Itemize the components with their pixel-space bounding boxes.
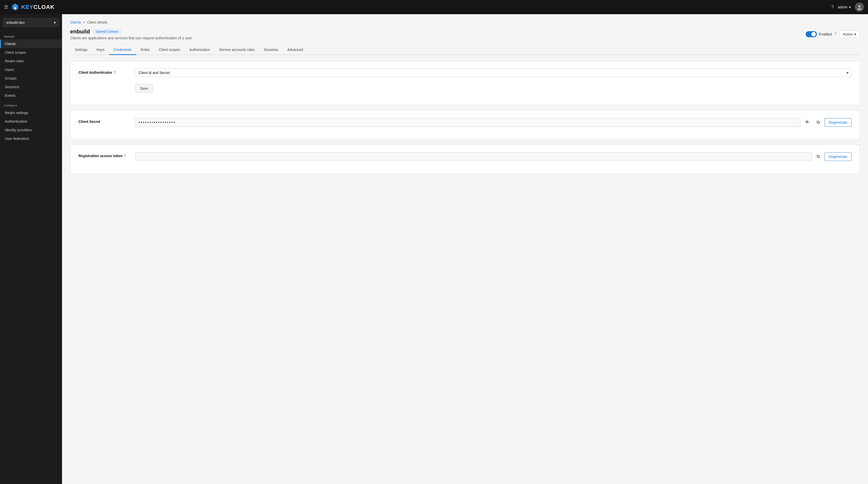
- tab-credentials[interactable]: Credentials: [109, 45, 136, 55]
- sidebar-item-client-scopes[interactable]: Client scopes: [0, 48, 62, 57]
- tab-roles[interactable]: Roles: [136, 45, 154, 55]
- logo: KEYCLOAK: [11, 3, 55, 11]
- svg-point-3: [858, 5, 861, 8]
- tab-settings[interactable]: Settings: [70, 45, 92, 55]
- sidebar-section-configure: Configure Realm settings Authentication …: [0, 100, 62, 143]
- client-authenticator-card: Client Authenticator ? Client Id and Sec…: [70, 61, 860, 105]
- tab-sessions[interactable]: Sessions: [259, 45, 283, 55]
- registration-token-card: Registration access token ? ⧉ Regenerate: [70, 144, 860, 174]
- token-form-row: Registration access token ? ⧉ Regenerate: [79, 152, 851, 161]
- page-subtitle: Clients are applications and services th…: [70, 36, 193, 40]
- section-label-configure: Configure: [0, 100, 62, 109]
- enabled-label: Enabled: [819, 32, 832, 36]
- action-label: Action: [843, 32, 853, 36]
- hamburger-menu[interactable]: ☰: [4, 4, 8, 10]
- sidebar-item-realm-settings[interactable]: Realm settings: [0, 109, 62, 117]
- sidebar-item-users[interactable]: Users: [0, 65, 62, 74]
- sidebar-item-realm-roles[interactable]: Realm roles: [0, 57, 62, 65]
- token-label: Registration access token ?: [79, 152, 129, 158]
- layout: enbuild-dev ▾ Manage Clients Client scop…: [0, 14, 868, 484]
- secret-form-row: Client Secret 👁 ⧉ Regenerate: [79, 118, 851, 127]
- svg-point-4: [857, 8, 862, 10]
- token-help-icon[interactable]: ?: [124, 154, 126, 158]
- token-input-row: ⧉ Regenerate: [135, 152, 851, 161]
- svg-point-2: [14, 7, 16, 9]
- save-button[interactable]: Save: [135, 84, 153, 93]
- client-secret-input[interactable]: [135, 118, 800, 127]
- tab-advanced[interactable]: Advanced: [283, 45, 308, 55]
- user-name: admin: [838, 5, 847, 9]
- secret-input-row: 👁 ⧉ Regenerate: [135, 118, 851, 127]
- eye-icon: 👁: [805, 120, 809, 125]
- regenerate-token-button[interactable]: Regenerate: [825, 152, 851, 161]
- sidebar-item-identity-providers[interactable]: Identity providers: [0, 126, 62, 134]
- page-header-right: Enabled ? Action ▾: [806, 30, 860, 38]
- tab-keys[interactable]: Keys: [92, 45, 109, 55]
- page-header-left: enbuild OpenID Connect Clients are appli…: [70, 28, 193, 40]
- sidebar-section-manage: Manage Clients Client scopes Realm roles…: [0, 31, 62, 100]
- copy-secret-button[interactable]: ⧉: [814, 118, 823, 127]
- page-title: enbuild: [70, 28, 90, 35]
- section-label-manage: Manage: [0, 31, 62, 39]
- authenticator-select-wrap: Client Id and Secret Signed JWT Signed J…: [135, 68, 851, 77]
- token-label-text: Registration access token: [79, 154, 123, 158]
- main-content: Clients > Client details enbuild OpenID …: [62, 14, 868, 484]
- registration-token-input[interactable]: [135, 152, 812, 161]
- breadcrumb-clients-link[interactable]: Clients: [70, 20, 81, 24]
- sidebar-item-user-federation[interactable]: User federation: [0, 134, 62, 143]
- tab-client-scopes[interactable]: Client scopes: [154, 45, 185, 55]
- logo-icon: [11, 3, 19, 11]
- save-control: Save: [135, 82, 851, 93]
- tab-service-accounts-roles[interactable]: Service accounts roles: [214, 45, 259, 55]
- sidebar-item-sessions[interactable]: Sessions: [0, 83, 62, 91]
- avatar-icon: [857, 4, 862, 10]
- logo-text: KEYCLOAK: [21, 4, 55, 10]
- sidebar-item-events[interactable]: Events: [0, 91, 62, 100]
- navbar-right: ? admin ▾: [831, 3, 864, 12]
- navbar: ☰ KEYCLOAK ? admin ▾: [0, 0, 868, 14]
- authenticator-control: Client Id and Secret Signed JWT Signed J…: [135, 68, 851, 77]
- sidebar-item-clients[interactable]: Clients: [0, 39, 62, 48]
- user-chevron: ▾: [849, 5, 851, 9]
- tab-authorization[interactable]: Authorization: [185, 45, 214, 55]
- navbar-left: ☰ KEYCLOAK: [4, 3, 55, 11]
- realm-name: enbuild-dev: [6, 21, 25, 25]
- page-header: enbuild OpenID Connect Clients are appli…: [70, 28, 860, 40]
- sidebar-item-groups[interactable]: Groups: [0, 74, 62, 83]
- realm-selector[interactable]: enbuild-dev ▾: [3, 18, 59, 27]
- breadcrumb-current: Client details: [87, 20, 107, 24]
- sidebar: enbuild-dev ▾ Manage Clients Client scop…: [0, 14, 62, 484]
- save-row: Save: [79, 82, 851, 93]
- openid-badge: OpenID Connect: [93, 29, 121, 34]
- realm-chevron: ▾: [54, 21, 56, 25]
- reveal-secret-button[interactable]: 👁: [802, 118, 812, 127]
- client-secret-card: Client Secret 👁 ⧉ Regenerate: [70, 110, 860, 139]
- avatar[interactable]: [855, 3, 864, 12]
- help-icon[interactable]: ?: [831, 5, 834, 10]
- action-chevron: ▾: [854, 32, 856, 36]
- regenerate-secret-button[interactable]: Regenerate: [825, 118, 851, 127]
- authenticator-label: Client Authenticator ?: [79, 68, 129, 75]
- enabled-toggle-wrap: Enabled: [806, 31, 832, 37]
- breadcrumb: Clients > Client details: [70, 20, 860, 24]
- tabs: Settings Keys Credentials Roles Client s…: [70, 45, 860, 55]
- copy-token-button[interactable]: ⧉: [814, 152, 823, 161]
- sidebar-item-authentication[interactable]: Authentication: [0, 117, 62, 126]
- copy-icon: ⧉: [816, 120, 820, 125]
- secret-control: 👁 ⧉ Regenerate: [135, 118, 851, 127]
- token-control: ⧉ Regenerate: [135, 152, 851, 161]
- action-button[interactable]: Action ▾: [839, 30, 860, 38]
- copy-token-icon: ⧉: [816, 154, 820, 159]
- save-label-spacer: [79, 82, 129, 84]
- secret-label: Client Secret: [79, 118, 129, 124]
- authenticator-form-row: Client Authenticator ? Client Id and Sec…: [79, 68, 851, 77]
- breadcrumb-separator: >: [83, 20, 85, 24]
- authenticator-select[interactable]: Client Id and Secret Signed JWT Signed J…: [135, 68, 851, 77]
- user-menu[interactable]: admin ▾: [838, 5, 851, 9]
- header-help-icon[interactable]: ?: [834, 32, 837, 36]
- authenticator-help-icon[interactable]: ?: [114, 70, 116, 74]
- enabled-toggle[interactable]: [806, 31, 817, 37]
